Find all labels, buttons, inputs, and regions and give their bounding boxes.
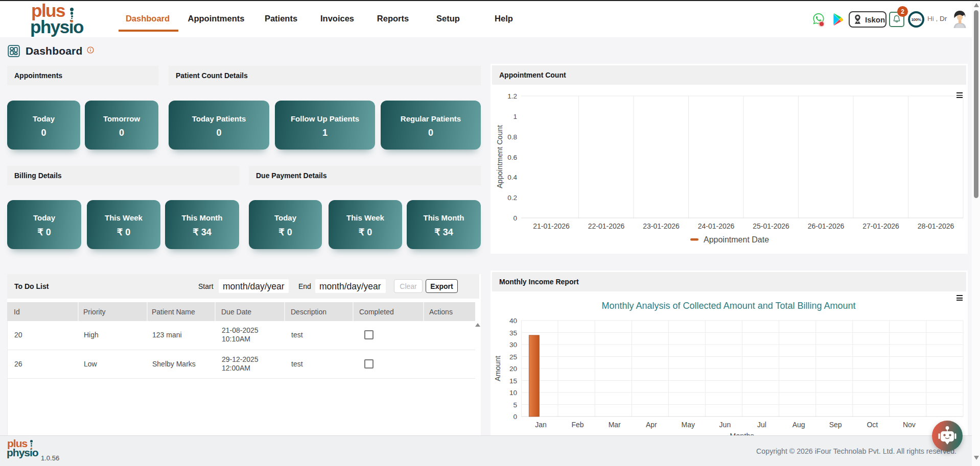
svg-text:21-01-2026: 21-01-2026	[533, 222, 570, 230]
svg-text:0.2: 0.2	[507, 194, 517, 202]
svg-text:Mar: Mar	[609, 421, 621, 429]
svg-text:26-01-2026: 26-01-2026	[808, 222, 845, 230]
svg-text:Appointment Count: Appointment Count	[496, 125, 504, 188]
svg-text:Aug: Aug	[792, 421, 805, 429]
svg-text:Feb: Feb	[572, 421, 584, 429]
svg-text:Oct: Oct	[867, 421, 878, 429]
svg-text:1: 1	[513, 113, 517, 120]
svg-text:Nov: Nov	[903, 421, 916, 429]
svg-text:0.6: 0.6	[507, 154, 517, 161]
svg-text:1.2: 1.2	[507, 92, 517, 100]
svg-text:0: 0	[513, 214, 517, 222]
svg-text:5: 5	[513, 401, 517, 409]
svg-text:25-01-2026: 25-01-2026	[753, 222, 789, 230]
svg-text:40: 40	[509, 317, 517, 325]
svg-text:10: 10	[509, 389, 517, 397]
svg-text:20: 20	[509, 365, 517, 373]
svg-text:27-01-2026: 27-01-2026	[862, 222, 899, 230]
svg-text:24-01-2026: 24-01-2026	[698, 222, 735, 230]
svg-text:23-01-2026: 23-01-2026	[643, 222, 680, 230]
svg-text:35: 35	[509, 329, 517, 337]
svg-text:Jun: Jun	[719, 421, 731, 429]
svg-text:May: May	[682, 421, 695, 429]
svg-text:0.4: 0.4	[507, 174, 517, 181]
svg-text:30: 30	[509, 341, 517, 349]
svg-text:Sep: Sep	[829, 421, 842, 429]
svg-text:Monthly Analysis of Collected: Monthly Analysis of Collected Amount and…	[602, 301, 856, 311]
svg-text:Amount: Amount	[494, 356, 502, 381]
svg-text:25: 25	[509, 353, 517, 361]
svg-text:Jan: Jan	[535, 421, 547, 429]
svg-text:0.8: 0.8	[507, 133, 517, 141]
svg-text:Jul: Jul	[757, 421, 766, 429]
svg-text:28-01-2026: 28-01-2026	[918, 222, 954, 230]
svg-text:Appointment Date: Appointment Date	[704, 235, 769, 244]
svg-text:Apr: Apr	[646, 421, 657, 429]
svg-text:15: 15	[509, 377, 517, 385]
svg-text:0: 0	[513, 413, 517, 421]
svg-text:22-01-2026: 22-01-2026	[588, 222, 625, 230]
